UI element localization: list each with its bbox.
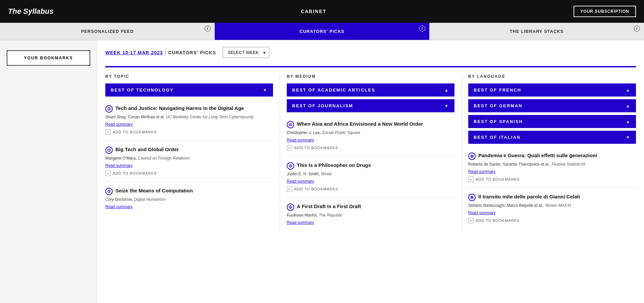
article-authors: Roberta de Santis, Sarantis Thanopulos e… [468, 162, 550, 167]
subscription-button[interactable]: YOUR SUBSCRIPTION [574, 6, 636, 17]
section-name: CURATORS' PICKS [168, 50, 216, 55]
dropdown-label: BEST OF ITALIAN [474, 135, 521, 140]
read-summary-link[interactable]: Read summary [105, 204, 273, 209]
dropdown-label: BEST OF ACADEMIC ARTICLES [292, 87, 375, 93]
article-title: This Is a Philosopher on Drugs [287, 162, 454, 170]
article-title: Pandemia e Guerra: Quali effetti sulle g… [468, 152, 636, 160]
read-summary-link[interactable]: Read summary [105, 163, 273, 168]
dropdown-label: BEST OF FRENCH [474, 87, 521, 93]
info-icon[interactable]: i [419, 25, 425, 32]
article-title: When Asia and Africa Envisioned a New Wo… [287, 120, 454, 128]
article-meta: Shani Shay, Conan Minihan et al. UC Berk… [105, 115, 273, 119]
tab-library-stacks[interactable]: THE LIBRARY STACKS i [429, 23, 644, 40]
dropdown-german[interactable]: BEST OF GERMAN [468, 99, 636, 112]
article-source: Digital Humanism [134, 197, 165, 202]
tab-label: PERSONALIZED FEED [81, 29, 133, 34]
dropdown-technology[interactable]: BEST OF TECHNOLOGY [105, 83, 273, 97]
bookmark-label: ADD TO BOOKMARKS [113, 171, 157, 175]
add-bookmark-button[interactable]: + ADD TO BOOKMARKS [468, 177, 520, 182]
dropdown-label: BEST OF GERMAN [474, 103, 523, 108]
tab-label: CURATORS' PICKS [300, 29, 344, 34]
week-range[interactable]: WEEK 10-17 MAR 2023 [105, 50, 163, 55]
read-summary-link[interactable]: Read summary [105, 122, 273, 127]
article-authors: Shani Shay, Conan Minihan et al. [105, 115, 165, 119]
article-source: The Republic [319, 213, 342, 218]
bookmark-icon: + [105, 129, 111, 135]
dropdown-label: BEST OF SPANISH [474, 119, 523, 124]
bookmark-label: ADD TO BOOKMARKS [476, 177, 520, 181]
article-title-text: Il transito mite delle parole di Gianni … [478, 193, 580, 200]
dropdown-label: BEST OF JOURNALISM [292, 103, 353, 108]
dropdown-arrow [626, 119, 631, 124]
article-item: Pandemia e Guerra: Quali effetti sulle g… [468, 146, 636, 188]
add-bookmark-button[interactable]: + ADD TO BOOKMARKS [287, 145, 338, 150]
add-bookmark-button[interactable]: + ADD TO BOOKMARKS [105, 129, 157, 135]
article-meta: Justin E. H. Smith, Wired [287, 172, 454, 176]
cabinet-nav[interactable]: CABINET [301, 9, 326, 14]
dropdown-spanish[interactable]: BEST OF SPANISH [468, 115, 636, 128]
tab-curators-picks[interactable]: CURATORS' PICKS i [215, 23, 429, 40]
article-title-text: Seize the Means of Computation [115, 187, 193, 194]
article-title-text: When Asia and Africa Envisioned a New Wo… [297, 120, 423, 127]
dropdown-arrow [444, 104, 449, 108]
dropdown-label: BEST OF TECHNOLOGY [111, 87, 174, 93]
article-meta: Roberta de Santis, Sarantis Thanopulos e… [468, 162, 636, 167]
read-summary-link[interactable]: Read summary [468, 169, 636, 174]
article-icon [287, 162, 294, 170]
week-select-wrapper[interactable]: SELECT WEEK [223, 47, 269, 58]
article-title: Seize the Means of Computation [105, 187, 273, 195]
site-logo[interactable]: The Syllabus [8, 7, 54, 16]
article-authors: Stefano Bartezzaghi, Marco Belpoliti et … [468, 203, 544, 208]
article-icon [105, 105, 113, 113]
svg-line-5 [109, 150, 110, 151]
bookmarks-button[interactable]: YOUR BOOKMARKS [7, 50, 90, 66]
article-meta: Stefano Bartezzaghi, Marco Belpoliti et … [468, 203, 636, 208]
column-by-topic: BY TOPIC BEST OF TECHNOLOGY Tech and Jus… [105, 74, 280, 233]
article-item: Seize the Means of Computation Cory Doct… [105, 182, 273, 217]
dropdown-academic[interactable]: BEST OF ACADEMIC ARTICLES [287, 83, 454, 97]
read-summary-link[interactable]: Read summary [287, 138, 454, 142]
add-bookmark-button[interactable]: + ADD TO BOOKMARKS [468, 218, 520, 223]
svg-line-8 [109, 191, 110, 192]
bookmark-icon: + [468, 177, 474, 182]
column-by-medium: BY MEDIUM BEST OF ACADEMIC ARTICLES BEST… [280, 74, 462, 233]
bookmark-icon: + [287, 145, 292, 150]
article-item: Big Tech and Global Order Margaret O'Mar… [105, 140, 273, 182]
article-title-text: Big Tech and Global Order [115, 146, 179, 153]
article-item: When Asia and Africa Envisioned a New Wo… [287, 115, 454, 156]
add-bookmark-button[interactable]: + ADD TO BOOKMARKS [287, 186, 338, 192]
article-item: Tech and Justice: Navigating Harms in th… [105, 99, 273, 140]
article-title: A First Draft Is a First Draft [287, 203, 454, 211]
column-label-topic: BY TOPIC [105, 74, 273, 79]
dropdown-italian[interactable]: BEST OF ITALIAN [468, 131, 636, 144]
info-icon[interactable]: i [205, 25, 211, 32]
add-bookmark-button[interactable]: + ADD TO BOOKMARKS [105, 171, 157, 176]
nav-tabs: PERSONALIZED FEED i CURATORS' PICKS i TH… [0, 23, 644, 40]
article-icon [105, 146, 113, 154]
article-icon [468, 194, 476, 201]
article-icon [287, 203, 294, 211]
bookmark-label: ADD TO BOOKMARKS [113, 130, 157, 134]
week-select[interactable]: SELECT WEEK [223, 47, 269, 58]
column-label-language: BY LANGUAGE [468, 74, 636, 79]
main-content: WEEK 10-17 MAR 2023 : CURATORS' PICKS SE… [97, 40, 644, 303]
article-source: Museo MAXXI [545, 203, 571, 208]
svg-line-2 [109, 109, 110, 110]
article-title-text: Pandemia e Guerra: Quali effetti sulle g… [478, 152, 597, 159]
article-authors: Cory Doctorow, [105, 197, 133, 202]
article-authors: Justin E. H. Smith, [287, 172, 320, 176]
read-summary-link[interactable]: Read summary [287, 220, 454, 225]
sidebar: YOUR BOOKMARKS [0, 40, 97, 303]
read-summary-link[interactable]: Read summary [287, 179, 454, 184]
info-icon[interactable]: i [634, 25, 640, 32]
dropdown-arrow [263, 88, 268, 93]
article-title: Tech and Justice: Navigating Harms in th… [105, 105, 273, 113]
dropdown-french[interactable]: BEST OF FRENCH [468, 83, 636, 97]
dropdown-journalism[interactable]: BEST OF JOURNALISM [287, 99, 454, 112]
blue-divider [105, 66, 636, 67]
read-summary-link[interactable]: Read summary [468, 210, 636, 215]
article-source: Festival StatisticAll [552, 162, 585, 167]
article-meta: Christopher J. Lee, Zocalo Public Square [287, 130, 454, 135]
tab-personalized-feed[interactable]: PERSONALIZED FEED i [0, 23, 215, 40]
article-icon [105, 188, 113, 195]
